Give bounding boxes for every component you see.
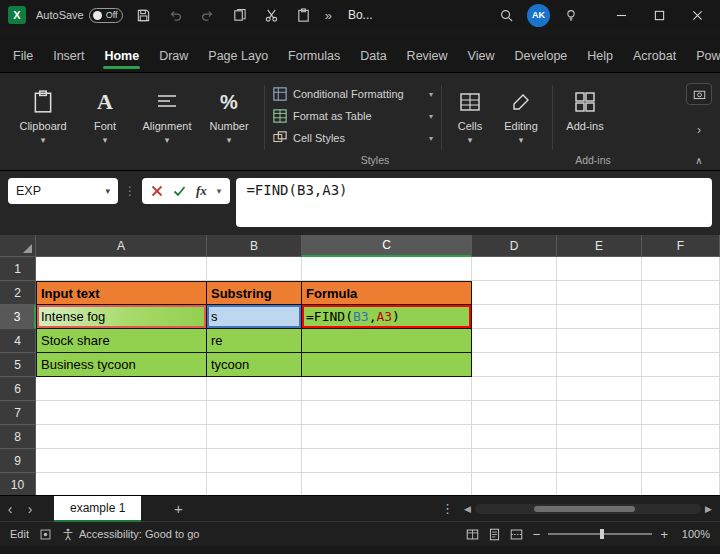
cell-f6[interactable]: [642, 377, 720, 401]
column-header-f[interactable]: F: [642, 235, 720, 257]
column-header-c[interactable]: C: [302, 235, 472, 257]
close-button[interactable]: [682, 4, 712, 26]
next-sheet-button[interactable]: ›: [20, 501, 40, 517]
tab-view[interactable]: View: [459, 42, 504, 72]
tab-power-pivot[interactable]: Power Piv: [687, 42, 720, 72]
row-header-2[interactable]: 2: [0, 281, 36, 305]
cell-e4[interactable]: [557, 329, 642, 353]
cell-b5[interactable]: tycoon: [207, 353, 302, 377]
addin-shortcut-button[interactable]: [686, 83, 712, 105]
row-header-4[interactable]: 4: [0, 329, 36, 353]
cancel-entry-icon[interactable]: [151, 185, 163, 197]
row-header-1[interactable]: 1: [0, 257, 36, 281]
cell-styles-button[interactable]: Cell Styles ▾: [269, 129, 437, 147]
cell-a1[interactable]: [36, 257, 207, 281]
cell-d1[interactable]: [472, 257, 557, 281]
cell-c6[interactable]: [302, 377, 472, 401]
cell-f7[interactable]: [642, 401, 720, 425]
cell-d9[interactable]: [472, 449, 557, 473]
cell-d5[interactable]: [472, 353, 557, 377]
autosave-switch[interactable]: Off: [89, 8, 123, 23]
cell-e10[interactable]: [557, 473, 642, 495]
scroll-left-icon[interactable]: ◀: [464, 504, 471, 514]
cell-f3[interactable]: [642, 305, 720, 329]
save-button[interactable]: [133, 4, 155, 26]
cell-a4[interactable]: Stock share: [36, 329, 207, 353]
row-header-7[interactable]: 7: [0, 401, 36, 425]
undo-button[interactable]: [165, 4, 187, 26]
tab-file[interactable]: File: [4, 42, 42, 72]
cell-b7[interactable]: [207, 401, 302, 425]
cell-c4[interactable]: [302, 329, 472, 353]
cell-b3[interactable]: s: [207, 305, 302, 329]
cell-e5[interactable]: [557, 353, 642, 377]
copy-button[interactable]: [229, 4, 251, 26]
tab-acrobat[interactable]: Acrobat: [624, 42, 685, 72]
tab-home[interactable]: Home: [95, 42, 148, 72]
row-header-10[interactable]: 10: [0, 473, 36, 495]
new-sheet-button[interactable]: +: [165, 500, 191, 517]
alignment-group-button[interactable]: Alignment ▾: [136, 79, 198, 168]
sheet-options-button[interactable]: ⋮: [431, 501, 464, 516]
page-break-view-icon[interactable]: [510, 528, 523, 541]
accessibility-status[interactable]: Accessibility: Good to go: [62, 528, 199, 541]
cell-a5[interactable]: Business tycoon: [36, 353, 207, 377]
cell-f2[interactable]: [642, 281, 720, 305]
cell-a10[interactable]: [36, 473, 207, 495]
avatar[interactable]: AK: [527, 4, 550, 27]
maximize-button[interactable]: [644, 4, 674, 26]
cell-c8[interactable]: [302, 425, 472, 449]
scrollbar-thumb[interactable]: [534, 506, 636, 512]
cell-d8[interactable]: [472, 425, 557, 449]
confirm-entry-icon[interactable]: [173, 185, 186, 197]
number-group-button[interactable]: % Number ▾: [198, 79, 260, 168]
tab-page-layout[interactable]: Page Layo: [199, 42, 277, 72]
cell-a6[interactable]: [36, 377, 207, 401]
cell-e1[interactable]: [557, 257, 642, 281]
row-header-8[interactable]: 8: [0, 425, 36, 449]
row-header-5[interactable]: 5: [0, 353, 36, 377]
excel-logo-icon[interactable]: X: [8, 6, 26, 24]
insert-function-button[interactable]: fx: [196, 183, 207, 199]
scrollbar-track[interactable]: [475, 504, 701, 514]
cell-f4[interactable]: [642, 329, 720, 353]
more-quick-actions-button[interactable]: »: [325, 8, 332, 23]
cell-d3[interactable]: [472, 305, 557, 329]
cell-d6[interactable]: [472, 377, 557, 401]
zoom-slider[interactable]: [548, 533, 652, 535]
cell-f8[interactable]: [642, 425, 720, 449]
cell-c1[interactable]: [302, 257, 472, 281]
horizontal-scrollbar[interactable]: ◀ ▶: [464, 502, 712, 516]
cell-c7[interactable]: [302, 401, 472, 425]
cell-e7[interactable]: [557, 401, 642, 425]
cell-f9[interactable]: [642, 449, 720, 473]
cell-e6[interactable]: [557, 377, 642, 401]
cell-e3[interactable]: [557, 305, 642, 329]
tab-review[interactable]: Review: [398, 42, 457, 72]
cell-b9[interactable]: [207, 449, 302, 473]
cell-c9[interactable]: [302, 449, 472, 473]
zoom-slider-thumb[interactable]: [600, 529, 604, 539]
formula-input[interactable]: =FIND(B3,A3): [236, 178, 712, 227]
macro-record-icon[interactable]: [39, 528, 52, 541]
conditional-formatting-button[interactable]: Conditional Formatting ▾: [269, 85, 437, 103]
cell-e2[interactable]: [557, 281, 642, 305]
cell-d2[interactable]: [472, 281, 557, 305]
paste-button[interactable]: [293, 4, 315, 26]
column-header-b[interactable]: B: [207, 235, 302, 257]
column-header-e[interactable]: E: [557, 235, 642, 257]
cell-f5[interactable]: [642, 353, 720, 377]
cell-c5[interactable]: [302, 353, 472, 377]
editing-group-button[interactable]: Editing ▾: [494, 79, 548, 168]
cell-c2[interactable]: Formula: [302, 281, 472, 305]
cell-f10[interactable]: [642, 473, 720, 495]
tab-developer[interactable]: Develope: [505, 42, 576, 72]
prev-sheet-button[interactable]: ‹: [0, 501, 20, 517]
column-header-d[interactable]: D: [472, 235, 557, 257]
row-header-3[interactable]: 3: [0, 305, 36, 329]
ribbon-scroll-right-button[interactable]: ›: [697, 123, 701, 137]
row-header-6[interactable]: 6: [0, 377, 36, 401]
cell-a7[interactable]: [36, 401, 207, 425]
format-as-table-button[interactable]: Format as Table ▾: [269, 107, 437, 125]
tab-formulas[interactable]: Formulas: [279, 42, 349, 72]
